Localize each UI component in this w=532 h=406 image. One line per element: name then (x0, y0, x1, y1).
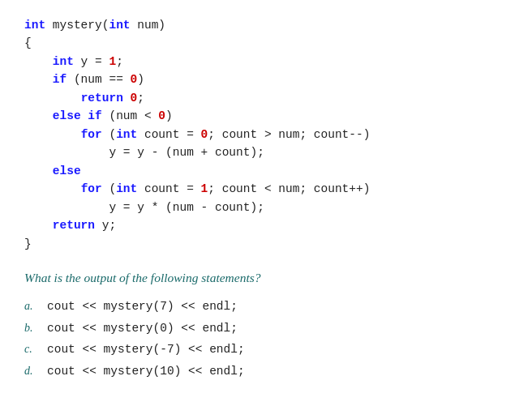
number-literal: 0 (131, 92, 138, 105)
code-text: { (24, 36, 32, 49)
code-line: { (24, 34, 508, 52)
code-text (24, 55, 53, 68)
code-line: int y = 1; (24, 53, 508, 71)
keyword: int (24, 19, 45, 32)
code-text: count = (137, 182, 200, 195)
option-code: cout << mystery(-7) << endl; (47, 340, 245, 360)
keyword: if (88, 109, 101, 122)
code-text: } (24, 237, 32, 250)
keyword: int (116, 128, 137, 141)
option-code: cout << mystery(0) << endl; (47, 318, 238, 339)
option-row: c.cout << mystery(-7) << endl; (24, 340, 508, 360)
code-text: y = (74, 55, 109, 68)
options-list: a.cout << mystery(7) << endl;b.cout << m… (24, 297, 508, 382)
code-text: ( (102, 182, 116, 195)
code-text (24, 92, 81, 105)
code-line: y = y - (num + count); (24, 143, 508, 161)
option-label: b. (24, 318, 47, 338)
code-text: y = y - (num + count); (24, 146, 264, 159)
code-text: count = (137, 128, 200, 141)
option-row: b.cout << mystery(0) << endl; (24, 318, 508, 339)
keyword: return (81, 92, 123, 105)
code-text: ; count > num; count--) (208, 128, 370, 141)
code-line: for (int count = 1; count < num; count++… (24, 180, 508, 198)
keyword: int (53, 55, 74, 68)
number-literal: 1 (201, 182, 208, 195)
number-literal: 0 (201, 128, 208, 141)
option-label: a. (24, 297, 47, 316)
code-line: if (num == 0) (24, 71, 508, 88)
keyword: else (53, 109, 81, 122)
code-line: } (24, 235, 508, 253)
option-code: cout << mystery(7) << endl; (47, 297, 238, 317)
code-line: else (24, 162, 508, 180)
code-text: ; count < num; count++) (208, 182, 370, 195)
option-row: a.cout << mystery(7) << endl; (24, 297, 508, 317)
code-text: y = y * (num - count); (24, 201, 264, 214)
question-text: What is the output of the following stat… (24, 271, 508, 285)
keyword: int (109, 19, 130, 32)
code-text (24, 165, 53, 177)
number-literal: 0 (131, 73, 138, 86)
code-text: ; (116, 55, 123, 68)
keyword: int (116, 182, 137, 195)
code-text: mystery( (45, 19, 109, 32)
code-line: int mystery(int num) (24, 16, 508, 34)
number-literal: 1 (109, 55, 116, 68)
option-code: cout << mystery(10) << endl; (47, 361, 245, 382)
code-block: int mystery(int num){ int y = 1; if (num… (24, 16, 508, 253)
code-line: for (int count = 0; count > num; count--… (24, 126, 508, 143)
code-text: (num == (66, 73, 130, 86)
keyword: else (53, 165, 81, 177)
code-line: y = y * (num - count); (24, 199, 508, 216)
code-line: else if (num < 0) (24, 107, 508, 125)
code-text (24, 73, 53, 86)
code-text (123, 92, 131, 105)
code-text: num) (131, 19, 166, 32)
code-text (24, 109, 53, 122)
keyword: return (53, 219, 95, 232)
keyword: for (81, 182, 102, 195)
option-label: d. (24, 361, 47, 381)
code-text (24, 128, 81, 141)
code-text: ( (102, 128, 116, 141)
code-text: (num < (102, 109, 159, 122)
code-text: y; (95, 219, 116, 232)
keyword: if (53, 73, 66, 86)
code-text (24, 182, 81, 195)
number-literal: 0 (158, 109, 165, 122)
code-text (24, 219, 53, 232)
keyword: for (81, 128, 102, 141)
code-line: return 0; (24, 89, 508, 107)
option-label: c. (24, 340, 47, 359)
option-row: d.cout << mystery(10) << endl; (24, 361, 508, 382)
code-text: ; (137, 92, 144, 105)
code-text: ) (137, 73, 144, 86)
code-line: return y; (24, 216, 508, 234)
code-text: ) (165, 109, 173, 122)
